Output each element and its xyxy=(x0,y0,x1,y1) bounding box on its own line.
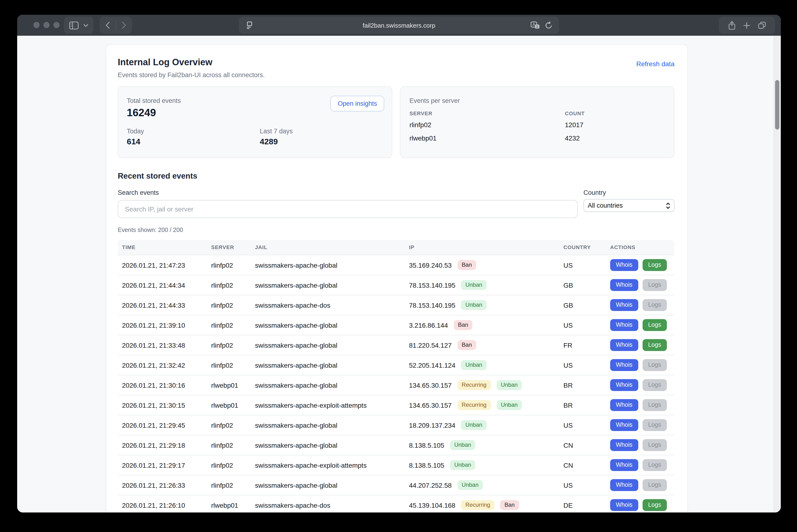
table-row: 2026.01.21, 21:26:33rlinfp02swissmakers-… xyxy=(118,475,674,495)
search-input[interactable] xyxy=(118,200,578,218)
country-select-value: All countries xyxy=(588,202,623,209)
event-time: 2026.01.21, 21:29:18 xyxy=(122,435,185,455)
scrollbar-thumb[interactable] xyxy=(775,80,779,130)
close-button[interactable] xyxy=(33,22,40,28)
event-actions: WhoisLogs xyxy=(610,335,667,355)
col-jail: JAIL xyxy=(255,244,267,250)
event-ip-cell: 45.139.104.168RecurringBan xyxy=(409,495,519,512)
event-jail: swissmakers-apache-global xyxy=(255,415,338,435)
refresh-data-link[interactable]: Refresh data xyxy=(636,60,674,68)
events-per-server-label: Events per server xyxy=(410,97,460,104)
event-jail: swissmakers-apache-global xyxy=(255,275,338,295)
whois-button[interactable]: Whois xyxy=(610,339,638,351)
logs-button[interactable]: Logs xyxy=(642,439,667,451)
whois-button[interactable]: Whois xyxy=(610,319,638,331)
new-tab-icon[interactable] xyxy=(743,22,750,29)
event-server: rlinfp02 xyxy=(211,335,233,355)
logs-button[interactable]: Logs xyxy=(642,399,667,411)
country-select[interactable]: All countries xyxy=(583,199,674,212)
whois-button[interactable]: Whois xyxy=(610,439,638,451)
whois-button[interactable]: Whois xyxy=(610,359,638,371)
event-ip-cell: 18.209.137.234Unban xyxy=(409,415,486,435)
whois-button[interactable]: Whois xyxy=(610,479,638,491)
event-server: rlinfp02 xyxy=(211,295,233,315)
today-label: Today xyxy=(127,128,144,135)
event-time: 2026.01.21, 21:29:17 xyxy=(122,455,185,475)
event-jail: swissmakers-apache-global xyxy=(255,335,338,355)
col-time: TIME xyxy=(122,244,135,250)
event-jail: swissmakers-apache-global xyxy=(255,315,338,335)
event-country: BR xyxy=(563,375,573,395)
table-row: 2026.01.21, 21:44:34rlinfp02swissmakers-… xyxy=(118,275,674,295)
logs-button[interactable]: Logs xyxy=(642,419,667,431)
sidebar-toggle-button[interactable] xyxy=(64,17,93,34)
minimize-button[interactable] xyxy=(43,22,50,28)
logs-button[interactable]: Logs xyxy=(642,339,667,351)
whois-button[interactable]: Whois xyxy=(610,259,638,271)
whois-button[interactable]: Whois xyxy=(610,419,638,431)
zoom-button[interactable] xyxy=(53,22,59,28)
whois-button[interactable]: Whois xyxy=(610,459,638,471)
logs-button[interactable]: Logs xyxy=(642,459,667,471)
logs-button[interactable]: Logs xyxy=(642,259,667,271)
server-column-header: SERVER xyxy=(410,111,432,116)
table-row: 2026.01.21, 21:30:16rlwebp01swissmakers-… xyxy=(118,375,674,395)
browser-toolbar: fail2ban.swissmakers.corp A 文 xyxy=(17,15,781,36)
page-viewport: Internal Log Overview Events stored by F… xyxy=(17,36,781,512)
whois-button[interactable]: Whois xyxy=(610,299,638,311)
logs-button[interactable]: Logs xyxy=(642,359,667,371)
toolbar-right-buttons xyxy=(719,17,775,34)
table-row: 2026.01.21, 21:30:15rlwebp01swissmakers-… xyxy=(118,395,674,415)
svg-text:A: A xyxy=(532,22,535,27)
whois-button[interactable]: Whois xyxy=(610,379,638,391)
chevron-down-icon xyxy=(84,23,88,27)
svg-text:文: 文 xyxy=(536,25,539,28)
event-ip: 78.153.140.195 xyxy=(409,301,455,309)
event-time: 2026.01.21, 21:44:34 xyxy=(122,275,185,295)
ban-badge: Ban xyxy=(457,260,476,270)
logs-button[interactable]: Logs xyxy=(642,499,667,511)
share-icon[interactable] xyxy=(728,21,735,30)
reload-icon[interactable] xyxy=(545,21,553,30)
address-bar[interactable]: fail2ban.swissmakers.corp A 文 xyxy=(239,17,559,34)
logs-button[interactable]: Logs xyxy=(642,279,667,291)
event-server: rlwebp01 xyxy=(211,495,238,512)
event-server: rlwebp01 xyxy=(211,375,238,395)
table-row: 2026.01.21, 21:33:48rlinfp02swissmakers-… xyxy=(118,335,674,355)
whois-button[interactable]: Whois xyxy=(610,499,638,511)
recurring-badge: Recurring xyxy=(461,500,494,510)
recurring-badge: Recurring xyxy=(457,400,491,410)
event-ip-cell: 35.169.240.53Ban xyxy=(409,255,476,275)
open-insights-button[interactable]: Open insights xyxy=(330,96,384,111)
event-server: rlinfp02 xyxy=(211,475,233,495)
unban-badge: Unban xyxy=(496,380,522,390)
event-time: 2026.01.21, 21:26:10 xyxy=(122,495,185,512)
event-jail: swissmakers-apache-dos xyxy=(255,495,330,512)
per-server-name: rlwebp01 xyxy=(410,134,437,142)
event-ip: 45.139.104.168 xyxy=(409,501,455,509)
event-actions: WhoisLogs xyxy=(610,475,667,495)
back-button[interactable] xyxy=(99,21,115,29)
url-text: fail2ban.swissmakers.corp xyxy=(239,22,559,29)
forward-button[interactable] xyxy=(116,21,132,29)
unban-badge: Unban xyxy=(496,400,522,410)
translate-icon[interactable]: A 文 xyxy=(530,21,540,30)
tab-overview-icon[interactable] xyxy=(758,21,766,29)
table-row: 2026.01.21, 21:29:18rlinfp02swissmakers-… xyxy=(118,435,674,455)
logs-button[interactable]: Logs xyxy=(642,479,667,491)
logs-button[interactable]: Logs xyxy=(642,299,667,311)
event-actions: WhoisLogs xyxy=(610,435,667,455)
event-ip-cell: 52.205.141.124Unban xyxy=(409,355,486,375)
logs-button[interactable]: Logs xyxy=(642,379,667,391)
event-actions: WhoisLogs xyxy=(610,255,667,275)
table-row: 2026.01.21, 21:29:17rlinfp02swissmakers-… xyxy=(118,455,674,475)
event-ip: 8.138.5.105 xyxy=(409,461,444,469)
event-ip-cell: 44.207.252.58Unban xyxy=(409,475,483,495)
event-country: US xyxy=(563,355,573,375)
logs-button[interactable]: Logs xyxy=(642,319,667,331)
last7-value: 4289 xyxy=(260,137,278,147)
table-row: 2026.01.21, 21:26:10rlwebp01swissmakers-… xyxy=(118,495,674,512)
whois-button[interactable]: Whois xyxy=(610,399,638,411)
whois-button[interactable]: Whois xyxy=(610,279,638,291)
event-server: rlinfp02 xyxy=(211,435,233,455)
